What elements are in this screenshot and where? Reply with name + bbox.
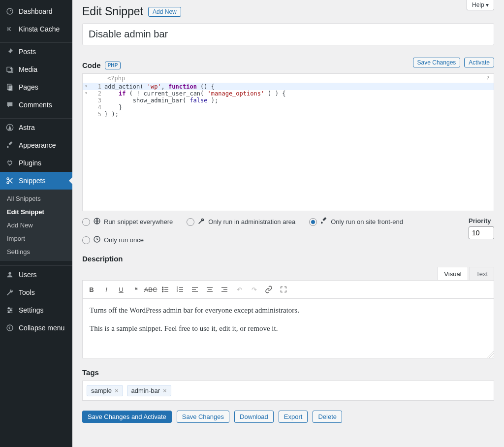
- activate-top-button[interactable]: Activate: [464, 58, 494, 67]
- sidebar-item-label: Dashboard: [19, 7, 53, 15]
- ol-icon[interactable]: 123: [173, 283, 187, 296]
- page-title: Edit Snippet: [82, 5, 143, 18]
- scope-run-snippet-everywhere[interactable]: Run snippet everywhere: [82, 217, 173, 226]
- code-lang-badge: PHP: [105, 62, 121, 69]
- export-button[interactable]: Export: [279, 411, 308, 423]
- save-activate-button[interactable]: Save Changes and Activate: [82, 411, 172, 423]
- sidebar-item-dashboard[interactable]: Dashboard: [0, 2, 72, 20]
- ul-icon[interactable]: [158, 283, 172, 296]
- sidebar-item-label: Astra: [19, 124, 35, 131]
- scope-only-run-on-site-front-end[interactable]: Only run on site front-end: [309, 217, 403, 226]
- sidebar-item-pages[interactable]: Pages: [0, 78, 72, 96]
- snippet-title-input[interactable]: [82, 23, 494, 45]
- redo-icon[interactable]: ↷: [247, 283, 261, 296]
- resize-handle-icon[interactable]: [487, 351, 494, 358]
- download-button[interactable]: Download: [234, 411, 274, 423]
- wrench-icon: [197, 217, 205, 226]
- sidebar-item-astra[interactable]: Astra: [0, 119, 72, 136]
- admin-sidebar: DashboardKKinsta CachePostsMediaPagesCom…: [0, 0, 72, 447]
- wrench-icon: [5, 287, 15, 297]
- sidebar-item-posts[interactable]: Posts: [0, 43, 72, 61]
- quote-icon[interactable]: ❝: [129, 283, 143, 296]
- globe-icon: [93, 217, 101, 226]
- code-help-icon[interactable]: ?: [486, 75, 490, 82]
- bold-icon[interactable]: B: [85, 283, 98, 296]
- svg-point-21: [162, 287, 163, 288]
- svg-text:K: K: [7, 26, 11, 32]
- svg-point-8: [7, 182, 9, 184]
- align-center-icon[interactable]: [203, 283, 217, 296]
- save-changes-button[interactable]: Save Changes: [177, 411, 229, 423]
- sidebar-item-users[interactable]: Users: [0, 266, 72, 284]
- sidebar-item-tools[interactable]: Tools: [0, 284, 72, 301]
- sidebar-item-collapse-menu[interactable]: Collapse menu: [0, 319, 72, 337]
- help-tab[interactable]: Help ▾: [467, 0, 494, 10]
- plug-icon: [5, 158, 15, 168]
- add-new-button[interactable]: Add New: [148, 7, 181, 17]
- undo-icon[interactable]: ↶: [232, 283, 246, 296]
- scissors-icon: [5, 176, 15, 186]
- sidebar-item-comments[interactable]: Comments: [0, 96, 72, 114]
- priority-input[interactable]: [469, 226, 494, 239]
- scope-label: Only run in administration area: [208, 218, 295, 225]
- collapse-icon: [5, 323, 15, 333]
- sidebar-item-label: Comments: [19, 101, 52, 109]
- strike-icon[interactable]: ABC: [144, 283, 158, 296]
- user-icon: [5, 270, 15, 280]
- settings-icon: [5, 305, 15, 315]
- page-icon: [5, 82, 15, 92]
- tag-sample[interactable]: sample×: [87, 385, 123, 396]
- link-icon[interactable]: [262, 283, 276, 296]
- svg-point-3: [10, 68, 12, 69]
- radio-icon: [187, 218, 194, 226]
- delete-button[interactable]: Delete: [313, 411, 342, 423]
- tab-text[interactable]: Text: [470, 267, 494, 280]
- sidebar-sub-edit-snippet[interactable]: Edit Snippet: [0, 205, 72, 219]
- svg-point-25: [162, 291, 163, 292]
- sidebar-item-settings[interactable]: Settings: [0, 301, 72, 319]
- sidebar-item-kinsta-cache[interactable]: KKinsta Cache: [0, 20, 72, 38]
- sidebar-sub-import[interactable]: Import: [0, 232, 72, 245]
- k-icon: K: [5, 24, 15, 34]
- sidebar-sub-all-snippets[interactable]: All Snippets: [0, 192, 72, 205]
- svg-point-17: [8, 312, 10, 313]
- scope-only-run-once[interactable]: Only run once: [82, 235, 144, 245]
- sidebar-item-appearance[interactable]: Appearance: [0, 136, 72, 154]
- tab-visual[interactable]: Visual: [438, 267, 468, 280]
- brush-icon: [5, 140, 15, 150]
- remove-tag-icon[interactable]: ×: [163, 387, 167, 394]
- remove-tag-icon[interactable]: ×: [115, 387, 119, 394]
- tags-label: Tags: [82, 368, 494, 377]
- scope-label: Run snippet everywhere: [104, 218, 173, 225]
- sidebar-sub-settings[interactable]: Settings: [0, 245, 72, 258]
- sidebar-sub-add-new[interactable]: Add New: [0, 219, 72, 232]
- editor-toolbar: B I U ❝ ABC 123 ↶ ↷: [83, 281, 494, 299]
- italic-icon[interactable]: I: [99, 283, 113, 296]
- align-left-icon[interactable]: [188, 283, 202, 296]
- scope-only-run-in-administration-area[interactable]: Only run in administration area: [187, 217, 295, 226]
- radio-icon: [82, 236, 90, 244]
- sidebar-item-label: Pages: [19, 83, 38, 91]
- svg-point-11: [8, 272, 11, 275]
- tag-admin-bar[interactable]: admin-bar×: [127, 385, 171, 396]
- media-icon: [5, 64, 15, 74]
- underline-icon[interactable]: U: [114, 283, 128, 296]
- sidebar-item-snippets[interactable]: Snippets: [0, 172, 72, 190]
- fullscreen-icon[interactable]: [277, 283, 290, 296]
- sidebar-item-label: Media: [19, 65, 37, 73]
- tags-box[interactable]: sample×admin-bar×: [82, 381, 494, 401]
- sidebar-item-label: Collapse menu: [19, 324, 64, 332]
- align-right-icon[interactable]: [218, 283, 231, 296]
- sidebar-item-media[interactable]: Media: [0, 61, 72, 78]
- description-label: Description: [82, 255, 494, 263]
- code-editor[interactable]: <?php? ▾1add_action( 'wp', function () {…: [82, 73, 494, 211]
- sidebar-item-plugins[interactable]: Plugins: [0, 154, 72, 172]
- sidebar-item-label: Appearance: [19, 141, 56, 149]
- sidebar-item-label: Snippets: [19, 177, 45, 185]
- comment-icon: [5, 100, 15, 110]
- code-section-label: Code PHP: [82, 61, 121, 69]
- sidebar-item-label: Plugins: [19, 159, 41, 167]
- svg-point-15: [10, 310, 12, 311]
- description-editor[interactable]: Turns off the WordPress admin bar for ev…: [83, 299, 494, 358]
- save-changes-top-button[interactable]: Save Changes: [413, 58, 461, 67]
